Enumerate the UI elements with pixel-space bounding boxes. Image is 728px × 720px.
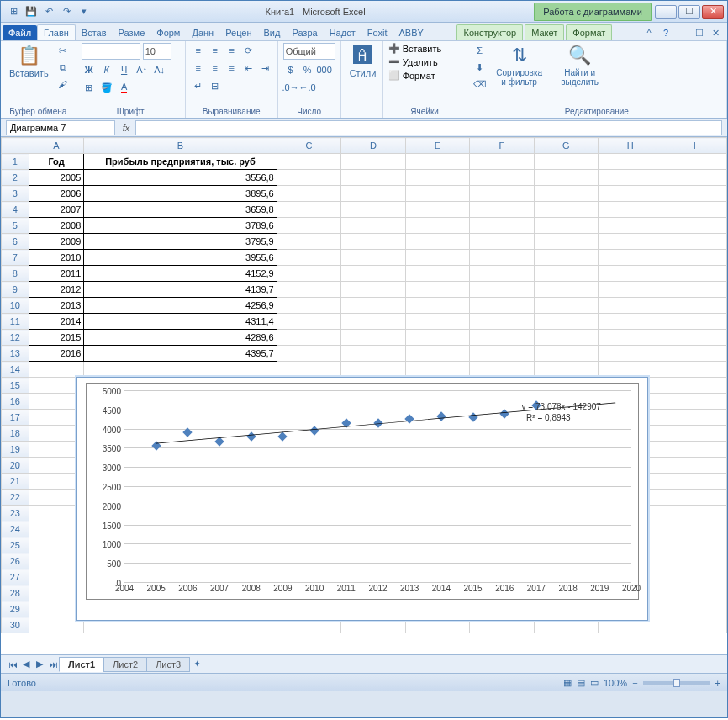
shrink-font-icon[interactable]: A↓ xyxy=(152,62,167,77)
find-select-button[interactable]: 🔍 Найти и выделить xyxy=(551,43,609,88)
font-name-combo[interactable] xyxy=(82,43,140,60)
sort-filter-button[interactable]: ⇅ Сортировка и фильтр xyxy=(491,43,548,88)
grow-font-icon[interactable]: A↑ xyxy=(135,62,150,77)
status-bar: Готово ▦ ▤ ▭ 100% − + xyxy=(1,673,727,691)
workbook-min-icon[interactable]: — xyxy=(675,25,690,40)
tab-view[interactable]: Вид xyxy=(258,25,287,40)
tab-chart-design[interactable]: Конструктор xyxy=(456,24,523,40)
font-size-combo[interactable]: 10 xyxy=(143,43,171,60)
zoom-level[interactable]: 100% xyxy=(604,678,627,688)
zoom-out-icon[interactable]: − xyxy=(632,678,637,688)
new-sheet-icon[interactable]: ✦ xyxy=(190,659,203,670)
fx-icon[interactable]: fx xyxy=(117,123,135,133)
workbook-restore-icon[interactable]: ☐ xyxy=(692,25,707,40)
delete-cells-icon: ➖ xyxy=(388,56,400,67)
qat-more-icon[interactable]: ▾ xyxy=(76,4,92,19)
tab-developer[interactable]: Разра xyxy=(286,25,323,40)
align-right-icon[interactable]: ≡ xyxy=(224,61,240,76)
sheet-nav-first-icon[interactable]: ⏮ xyxy=(6,659,19,670)
tab-insert[interactable]: Встав xyxy=(76,25,113,40)
fill-color-icon[interactable]: 🪣 xyxy=(99,80,114,95)
zoom-in-icon[interactable]: + xyxy=(715,678,720,688)
format-cells-icon: ⬜ xyxy=(388,70,400,81)
cut-icon[interactable]: ✂ xyxy=(55,43,71,58)
italic-icon[interactable]: К xyxy=(99,62,114,77)
formula-input[interactable] xyxy=(135,120,722,135)
redo-icon[interactable]: ↷ xyxy=(59,4,74,19)
tab-data[interactable]: Данн xyxy=(186,25,219,40)
chart-tools-context: Работа с диаграммами xyxy=(534,3,652,21)
view-layout-icon[interactable]: ▤ xyxy=(577,677,585,688)
format-cells-button[interactable]: ⬜Формат xyxy=(388,70,435,81)
sheet-nav-prev-icon[interactable]: ◀ xyxy=(19,659,33,670)
wrap-text-icon[interactable]: ↵ xyxy=(191,78,206,93)
styles-icon: 🅰 xyxy=(353,45,372,66)
align-top-icon[interactable]: ≡ xyxy=(191,43,206,58)
paste-button[interactable]: 📋 Вставить xyxy=(6,43,52,80)
tab-formulas[interactable]: Форм xyxy=(150,25,186,40)
group-font: Шрифт xyxy=(82,105,180,118)
worksheet[interactable]: ABCDEFGHI1ГодПрибыль предприятия, тыс. р… xyxy=(1,137,727,654)
merge-icon[interactable]: ⊟ xyxy=(208,78,223,93)
tab-layout[interactable]: Разме xyxy=(113,25,151,40)
help-icon[interactable]: ? xyxy=(658,25,673,40)
tab-abby[interactable]: ABBY xyxy=(393,25,430,40)
currency-icon[interactable]: $ xyxy=(283,62,298,77)
align-center-icon[interactable]: ≡ xyxy=(208,61,223,76)
minimize-button[interactable]: — xyxy=(655,5,677,19)
styles-button[interactable]: 🅰 Стили xyxy=(346,43,380,80)
align-left-icon[interactable]: ≡ xyxy=(191,61,206,76)
maximize-button[interactable]: ☐ xyxy=(678,5,700,19)
view-normal-icon[interactable]: ▦ xyxy=(563,677,572,688)
number-format-combo[interactable]: Общий xyxy=(283,43,335,60)
zoom-slider[interactable] xyxy=(643,681,710,685)
tab-foxit[interactable]: Foxit xyxy=(361,25,393,40)
find-icon: 🔍 xyxy=(568,45,591,66)
sheet-nav-next-icon[interactable]: ▶ xyxy=(33,659,46,670)
save-icon[interactable]: 💾 xyxy=(24,4,39,19)
name-box[interactable]: Диаграмма 7 xyxy=(6,120,115,135)
font-color-icon[interactable]: A xyxy=(117,80,132,95)
excel-icon[interactable]: ⊞ xyxy=(6,4,21,19)
underline-icon[interactable]: Ч xyxy=(117,62,132,77)
copy-icon[interactable]: ⧉ xyxy=(55,60,71,75)
sort-filter-icon: ⇅ xyxy=(512,45,527,66)
tab-chart-format[interactable]: Формат xyxy=(566,24,612,40)
align-bottom-icon[interactable]: ≡ xyxy=(224,43,240,58)
tab-chart-layout[interactable]: Макет xyxy=(525,24,564,40)
chart-object[interactable]: 0500100015002000250030003500400045005000… xyxy=(76,377,648,621)
percent-icon[interactable]: % xyxy=(300,62,315,77)
insert-cells-button[interactable]: ➕Вставить xyxy=(388,43,442,54)
autosum-icon[interactable]: Σ xyxy=(472,43,488,58)
clear-icon[interactable]: ⌫ xyxy=(472,77,488,92)
orientation-icon[interactable]: ⟳ xyxy=(241,43,256,58)
ribbon-minimize-icon[interactable]: ^ xyxy=(641,25,657,40)
undo-icon[interactable]: ↶ xyxy=(41,4,56,19)
sheet-tab-2[interactable]: Лист2 xyxy=(103,657,147,672)
indent-dec-icon[interactable]: ⇤ xyxy=(241,61,256,76)
border-icon[interactable]: ⊞ xyxy=(82,80,97,95)
sheet-nav-last-icon[interactable]: ⏭ xyxy=(46,659,60,670)
dec-decimal-icon[interactable]: ←.0 xyxy=(300,80,315,95)
tab-addins[interactable]: Надст xyxy=(324,25,361,40)
align-middle-icon[interactable]: ≡ xyxy=(208,43,223,58)
format-painter-icon[interactable]: 🖌 xyxy=(55,77,71,92)
tab-review[interactable]: Рецен xyxy=(219,25,257,40)
inc-decimal-icon[interactable]: .0→ xyxy=(283,80,298,95)
sheet-tab-1[interactable]: Лист1 xyxy=(59,657,104,672)
group-cells: Ячейки xyxy=(388,105,462,118)
sheet-tab-3[interactable]: Лист3 xyxy=(146,657,190,672)
comma-icon[interactable]: 000 xyxy=(317,62,332,77)
close-button[interactable]: ✕ xyxy=(702,5,724,19)
workbook-close-icon[interactable]: ✕ xyxy=(709,25,724,40)
formula-bar: Диаграмма 7 fx xyxy=(1,119,727,137)
styles-label: Стили xyxy=(350,68,377,78)
bold-icon[interactable]: Ж xyxy=(82,62,97,77)
tab-file[interactable]: Файл xyxy=(3,25,37,40)
indent-inc-icon[interactable]: ⇥ xyxy=(258,61,273,76)
delete-cells-button[interactable]: ➖Удалить xyxy=(388,56,438,67)
fill-icon[interactable]: ⬇ xyxy=(472,60,488,75)
group-clipboard: Буфер обмена xyxy=(6,105,71,118)
view-pagebreak-icon[interactable]: ▭ xyxy=(590,677,599,688)
tab-home[interactable]: Главн xyxy=(37,24,76,40)
